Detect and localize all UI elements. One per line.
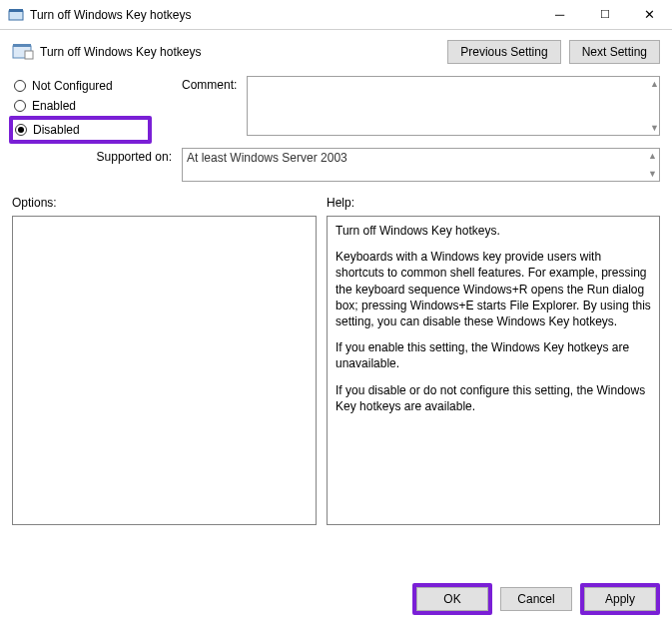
- supported-on-label: Supported on:: [12, 148, 172, 164]
- svg-rect-3: [13, 44, 31, 47]
- radio-icon: [14, 80, 26, 92]
- window-controls: ─ ☐ ✕: [537, 0, 672, 30]
- help-text: Turn off Windows Key hotkeys.: [336, 223, 651, 239]
- highlight-box: OK: [412, 583, 492, 615]
- comment-label: Comment:: [182, 76, 237, 136]
- radio-icon: [14, 100, 26, 112]
- options-panel: [12, 216, 317, 525]
- radio-label: Enabled: [32, 99, 76, 113]
- dialog-footer: OK Cancel Apply: [412, 583, 660, 615]
- svg-rect-1: [9, 9, 23, 12]
- apply-button[interactable]: Apply: [584, 587, 656, 611]
- radio-label: Not Configured: [32, 79, 113, 93]
- previous-setting-button[interactable]: Previous Setting: [447, 40, 560, 64]
- maximize-button[interactable]: ☐: [582, 0, 627, 30]
- window-title: Turn off Windows Key hotkeys: [30, 8, 537, 22]
- close-button[interactable]: ✕: [627, 0, 672, 30]
- highlight-box: Apply: [580, 583, 660, 615]
- options-label: Options:: [12, 196, 317, 210]
- policy-window-icon: [8, 7, 24, 23]
- help-label: Help:: [327, 196, 660, 210]
- cancel-button[interactable]: Cancel: [500, 587, 572, 611]
- scroll-down-icon[interactable]: ▼: [650, 123, 659, 133]
- state-radio-group: Not Configured Enabled Disabled: [12, 76, 152, 144]
- radio-icon-checked: [15, 124, 27, 136]
- scroll-down-icon[interactable]: ▼: [648, 169, 657, 179]
- help-text: Keyboards with a Windows key provide use…: [336, 249, 651, 329]
- svg-rect-4: [25, 51, 33, 59]
- titlebar: Turn off Windows Key hotkeys ─ ☐ ✕: [0, 0, 672, 30]
- minimize-button[interactable]: ─: [537, 0, 582, 30]
- svg-rect-0: [9, 11, 23, 20]
- help-text: If you enable this setting, the Windows …: [336, 339, 651, 371]
- highlight-box: Disabled: [9, 116, 152, 144]
- scroll-up-icon[interactable]: ▲: [648, 151, 657, 161]
- ok-button[interactable]: OK: [416, 587, 488, 611]
- next-setting-button[interactable]: Next Setting: [569, 40, 660, 64]
- policy-icon: [12, 43, 34, 61]
- radio-label: Disabled: [33, 123, 80, 137]
- radio-disabled[interactable]: Disabled: [13, 120, 134, 140]
- help-text: If you disable or do not configure this …: [336, 382, 651, 414]
- supported-on-box: At least Windows Server 2003 ▲ ▼: [182, 148, 660, 182]
- help-panel: Turn off Windows Key hotkeys. Keyboards …: [327, 216, 660, 525]
- supported-on-value: At least Windows Server 2003: [187, 151, 347, 165]
- radio-enabled[interactable]: Enabled: [12, 96, 152, 116]
- policy-title: Turn off Windows Key hotkeys: [40, 45, 447, 59]
- radio-not-configured[interactable]: Not Configured: [12, 76, 152, 96]
- scroll-up-icon[interactable]: ▲: [650, 79, 659, 89]
- comment-textarea[interactable]: ▲ ▼: [247, 76, 660, 136]
